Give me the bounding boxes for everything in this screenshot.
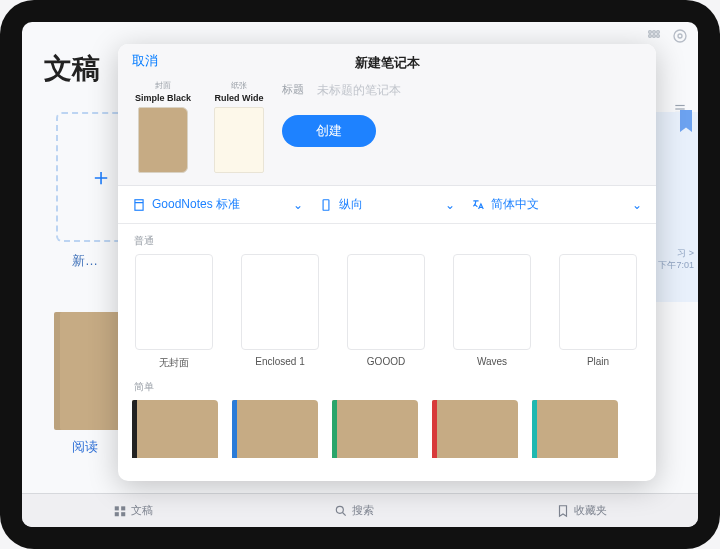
tab-documents[interactable]: 文稿 [113,503,153,518]
svg-rect-12 [121,506,125,510]
paper-caption: 纸张 [206,80,272,91]
template-swatch [347,254,425,350]
template-row-1[interactable]: 无封面 Enclosed 1 GOOOD Waves [132,254,656,370]
chevron-down-icon: ⌄ [632,198,642,212]
tab-search-label: 搜索 [352,503,374,518]
template-swatch [241,254,319,350]
size-filter-label: GoodNotes 标准 [152,196,240,213]
template-row-2[interactable] [132,400,656,458]
page-title: 文稿 [44,50,100,88]
notebook-cover-green[interactable] [332,400,418,458]
template-gallery: 普通 无封面 Enclosed 1 GOOOD [118,224,656,481]
cover-preview-swatch [138,107,188,173]
template-plain[interactable]: Plain [556,254,640,370]
svg-rect-14 [121,512,125,516]
svg-rect-19 [323,199,329,210]
section-plain-label: 普通 [134,234,656,248]
template-swatch [559,254,637,350]
size-filter[interactable]: GoodNotes 标准 ⌄ [128,194,307,215]
svg-rect-17 [135,199,143,210]
tab-bar: 文稿 搜索 收藏夹 [22,493,698,527]
template-none[interactable]: 无封面 [132,254,216,370]
template-waves[interactable]: Waves [450,254,534,370]
svg-point-6 [678,34,682,38]
language-filter-label: 简体中文 [491,196,539,213]
cover-caption: 封面 [130,80,196,91]
template-name: 无封面 [132,356,216,370]
notebook-cover-red[interactable] [432,400,518,458]
template-enclosed1[interactable]: Enclosed 1 [238,254,322,370]
chevron-down-icon: ⌄ [445,198,455,212]
orientation-filter-label: 纵向 [339,196,363,213]
gear-icon[interactable] [672,28,688,44]
title-field-label: 标题 [282,82,307,97]
template-name: Plain [556,356,640,367]
bookmark-icon [680,110,692,132]
filter-bar: GoodNotes 标准 ⌄ 纵向 ⌄ 简体中文 ⌄ [118,186,656,224]
search-icon [334,504,348,518]
orientation-filter[interactable]: 纵向 ⌄ [315,194,460,215]
plus-icon: ＋ [89,161,113,193]
svg-point-4 [653,35,656,38]
screen: 文稿 ＋ 新… 阅读 习 > 下午7:01 文稿 [22,22,698,527]
bookmark-tab-icon [556,504,570,518]
paper-name: Ruled Wide [206,93,272,103]
orientation-icon [319,198,333,212]
bg-toolbar [646,28,688,44]
notebook-cover-teal[interactable] [532,400,618,458]
template-name: Enclosed 1 [238,356,322,367]
side-meta-line1: 习 > [658,248,694,260]
read-label: 阅读 [72,438,98,456]
svg-rect-11 [115,506,119,510]
documents-icon [113,504,127,518]
notebook-cover-black[interactable] [132,400,218,458]
side-meta-line2: 下午7:01 [658,260,694,272]
svg-point-2 [657,31,660,34]
grid-icon [646,28,662,44]
page-size-icon [132,198,146,212]
svg-line-16 [343,512,346,515]
svg-point-5 [657,35,660,38]
title-input[interactable] [317,83,644,97]
svg-point-3 [649,35,652,38]
new-label: 新… [72,252,98,270]
modal-header: 取消 新建笔记本 封面 Simple Black 纸张 Ruled Wide [118,44,656,186]
template-name: Waves [450,356,534,367]
template-name: GOOOD [344,356,428,367]
template-swatch [453,254,531,350]
section-simple-label: 简单 [134,380,656,394]
svg-point-1 [653,31,656,34]
notebook-cover-blue[interactable] [232,400,318,458]
tab-documents-label: 文稿 [131,503,153,518]
svg-point-7 [674,30,686,42]
create-button[interactable]: 创建 [282,115,376,147]
cover-preview[interactable]: 封面 Simple Black [130,80,196,173]
language-icon [471,198,485,212]
tab-favorites[interactable]: 收藏夹 [556,503,607,518]
template-goood[interactable]: GOOOD [344,254,428,370]
new-notebook-modal: 取消 新建笔记本 封面 Simple Black 纸张 Ruled Wide [118,44,656,481]
paper-preview[interactable]: 纸张 Ruled Wide [206,80,272,173]
cover-name: Simple Black [130,93,196,103]
tab-search[interactable]: 搜索 [334,503,374,518]
paper-preview-swatch [214,107,264,173]
template-swatch [135,254,213,350]
chevron-down-icon: ⌄ [293,198,303,212]
svg-point-0 [649,31,652,34]
form-area: 标题 创建 [282,80,644,173]
cancel-button[interactable]: 取消 [132,52,158,70]
svg-rect-13 [115,512,119,516]
tab-favorites-label: 收藏夹 [574,503,607,518]
svg-point-15 [337,506,344,513]
side-meta: 习 > 下午7:01 [658,248,694,271]
device-frame: 文稿 ＋ 新… 阅读 习 > 下午7:01 文稿 [0,0,720,549]
modal-title: 新建笔记本 [355,54,420,72]
language-filter[interactable]: 简体中文 ⌄ [467,194,646,215]
